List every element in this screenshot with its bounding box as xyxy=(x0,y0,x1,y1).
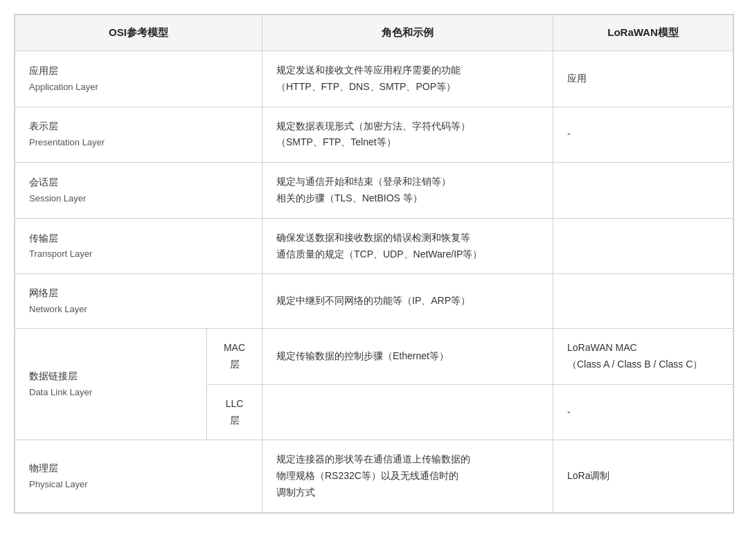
role-application: 规定发送和接收文件等应用程序需要的功能（HTTP、FTP、DNS、SMTP、PO… xyxy=(262,51,553,107)
osi-en: Presentation Layer xyxy=(29,135,248,150)
osi-zh: 会话层 xyxy=(29,174,248,191)
osi-en: Data Link Layer xyxy=(29,385,193,400)
table-row: 会话层 Session Layer 规定与通信开始和结束（登录和注销等）相关的步… xyxy=(15,163,733,219)
lorawan-application: 应用 xyxy=(553,51,733,107)
osi-network: 网络层 Network Layer xyxy=(15,274,262,329)
osi-zh: 应用层 xyxy=(29,63,248,80)
osi-zh: 表示层 xyxy=(29,118,248,135)
osi-zh: 物理层 xyxy=(29,460,248,477)
llc-label: LLC层 xyxy=(207,384,262,440)
osi-zh: 数据链接层 xyxy=(29,368,193,385)
table-row: 表示层 Presentation Layer 规定数据表现形式（加密方法、字符代… xyxy=(15,107,733,163)
table-row: 应用层 Application Layer 规定发送和接收文件等应用程序需要的功… xyxy=(15,51,733,107)
osi-table: OSI参考模型 角色和示例 LoRaWAN模型 应用层 Application … xyxy=(14,14,734,514)
lorawan-session xyxy=(553,163,733,219)
osi-zh: 传输层 xyxy=(29,231,248,247)
osi-physical: 物理层 Physical Layer xyxy=(15,440,262,512)
role-presentation: 规定数据表现形式（加密方法、字符代码等）（SMTP、FTP、Telnet等） xyxy=(262,107,553,163)
osi-datalink: 数据链接层 Data Link Layer xyxy=(15,329,207,440)
osi-en: Application Layer xyxy=(29,80,248,95)
role-network: 规定中继到不同网络的功能等（IP、ARP等） xyxy=(262,274,553,329)
table-row: 传输层 Transport Layer 确保发送数据和接收数据的错误检测和恢复等… xyxy=(15,218,733,274)
table-row: 网络层 Network Layer 规定中继到不同网络的功能等（IP、ARP等） xyxy=(15,274,733,329)
role-transport: 确保发送数据和接收数据的错误检测和恢复等通信质量的规定（TCP、UDP、NetW… xyxy=(262,218,553,274)
role-physical: 规定连接器的形状等在通信通道上传输数据的物理规格（RS232C等）以及无线通信时… xyxy=(262,440,553,512)
header-osi: OSI参考模型 xyxy=(15,15,262,51)
osi-en: Session Layer xyxy=(29,191,248,206)
header-lorawan: LoRaWAN模型 xyxy=(553,15,733,51)
lorawan-mac: LoRaWAN MAC（Class A / Class B / Class C） xyxy=(553,329,733,385)
role-mac: 规定传输数据的控制步骤（Ethernet等） xyxy=(262,329,553,385)
osi-application: 应用层 Application Layer xyxy=(15,51,262,107)
header-role: 角色和示例 xyxy=(262,15,553,51)
osi-session: 会话层 Session Layer xyxy=(15,163,262,219)
osi-en: Transport Layer xyxy=(29,246,248,262)
role-llc xyxy=(262,384,553,440)
osi-presentation: 表示层 Presentation Layer xyxy=(15,107,262,163)
lorawan-presentation: - xyxy=(553,107,733,163)
osi-en: Network Layer xyxy=(29,302,248,317)
lorawan-transport xyxy=(553,218,733,274)
role-session: 规定与通信开始和结束（登录和注销等）相关的步骤（TLS、NetBIOS 等） xyxy=(262,163,553,219)
table-row: 数据链接层 Data Link Layer MAC层 规定传输数据的控制步骤（E… xyxy=(15,329,733,385)
lorawan-network xyxy=(553,274,733,329)
table-row: 物理层 Physical Layer 规定连接器的形状等在通信通道上传输数据的物… xyxy=(15,440,733,512)
osi-transport: 传输层 Transport Layer xyxy=(15,218,262,274)
osi-zh: 网络层 xyxy=(29,285,248,302)
lorawan-physical: LoRa调制 xyxy=(553,440,733,512)
lorawan-llc: - xyxy=(553,384,733,440)
mac-label: MAC层 xyxy=(207,329,262,385)
osi-en: Physical Layer xyxy=(29,477,248,492)
